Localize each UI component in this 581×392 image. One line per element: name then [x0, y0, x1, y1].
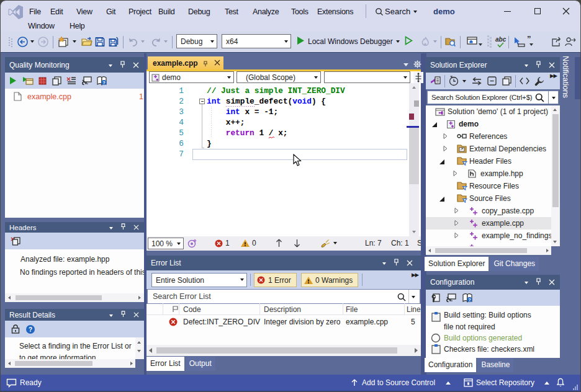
svg-text:?: ? [102, 79, 106, 85]
svg-text:?: ? [29, 326, 32, 332]
svg-text:?: ? [468, 296, 471, 302]
